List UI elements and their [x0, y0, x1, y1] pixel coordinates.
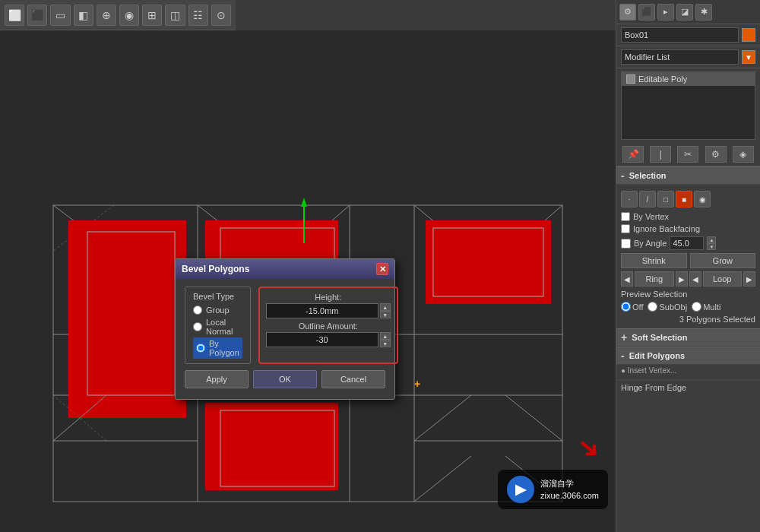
by-angle-row: By Angle ▲ ▼: [621, 235, 755, 252]
loop-prev-arrow[interactable]: ◀: [689, 271, 701, 287]
bevel-by-polygon-label: By Polygon: [209, 339, 239, 357]
stack-make-unique-btn[interactable]: ◈: [733, 146, 754, 163]
by-angle-input[interactable]: [670, 236, 704, 250]
panel-icon-utilities[interactable]: ✱: [695, 4, 712, 21]
height-input-row: ▲ ▼: [266, 303, 391, 318]
bevel-group-option[interactable]: Group: [193, 304, 242, 316]
outline-spin-down[interactable]: ▼: [380, 340, 391, 347]
dialog-content: Bevel Type Group Local Normal By Polygon…: [176, 279, 394, 399]
panel-icon-hierarchy[interactable]: ◪: [676, 4, 693, 21]
toolbar-icon-8[interactable]: ◫: [165, 5, 185, 26]
loop-next-arrow[interactable]: ▶: [743, 271, 755, 287]
hinge-from-edge-label: Hinge From Edge: [621, 383, 686, 392]
soft-selection-header[interactable]: + Soft Selection: [616, 328, 760, 347]
bevel-type-group: Bevel Type Group Local Normal By Polygon: [185, 287, 251, 364]
dialog-close-button[interactable]: ✕: [376, 263, 388, 275]
right-panel: ⚙ ⬛ ▸ ◪ ✱ Modifier List ▼ Editable Poly …: [616, 0, 760, 532]
watermark: ▶ 溜溜自学 zixue.3066.com: [498, 470, 608, 509]
stack-pin-btn[interactable]: 📌: [622, 146, 644, 163]
svg-rect-17: [205, 403, 338, 490]
preview-off-label[interactable]: Off: [621, 302, 643, 312]
svg-rect-13: [68, 220, 186, 418]
bevel-local-normal-radio[interactable]: [193, 322, 202, 331]
height-spinner: ▲ ▼: [380, 303, 391, 318]
height-spin-down[interactable]: ▼: [380, 311, 391, 318]
subobj-element-icon[interactable]: ◉: [694, 191, 711, 207]
bevel-by-polygon-option[interactable]: By Polygon: [193, 337, 242, 359]
by-angle-spin-down[interactable]: ▼: [707, 243, 716, 250]
panel-top-icons: ⚙ ⬛ ▸ ◪ ✱: [616, 0, 760, 24]
cancel-button[interactable]: Cancel: [321, 370, 385, 388]
ring-button[interactable]: Ring: [635, 271, 674, 287]
by-angle-spinner: ▲ ▼: [707, 236, 716, 250]
by-vertex-checkbox[interactable]: [621, 212, 630, 221]
toolbar-icon-1[interactable]: ⬜: [5, 5, 24, 26]
panel-icon-display[interactable]: ⬛: [638, 4, 655, 21]
grow-button[interactable]: Grow: [690, 253, 756, 268]
ok-button[interactable]: OK: [253, 370, 317, 388]
by-vertex-row: By Vertex: [621, 211, 755, 223]
height-input[interactable]: [266, 303, 378, 318]
preview-off-radio[interactable]: [621, 302, 631, 312]
preview-multi-label[interactable]: Multi: [692, 302, 720, 312]
panel-icon-settings[interactable]: ⚙: [619, 4, 636, 21]
modifier-item-editable-poly[interactable]: Editable Poly: [622, 72, 755, 86]
ignore-backfacing-checkbox[interactable]: [621, 224, 630, 233]
object-name-input[interactable]: [621, 27, 739, 43]
by-angle-spin-up[interactable]: ▲: [707, 236, 716, 243]
modifier-list-label[interactable]: Modifier List: [621, 49, 739, 65]
soft-selection-expand-icon: +: [621, 331, 627, 344]
stack-config-btn[interactable]: ⚙: [705, 146, 727, 163]
toolbar-icon-2[interactable]: ⬛: [27, 5, 47, 26]
ring-prev-arrow[interactable]: ◀: [621, 271, 633, 287]
toolbar-icon-3[interactable]: ▭: [50, 5, 70, 26]
hinge-from-edge-section: Hinge From Edge: [616, 380, 760, 394]
outline-amount-label: Outline Amount:: [266, 321, 391, 331]
shrink-button[interactable]: Shrink: [621, 253, 687, 268]
toolbar-icon-10[interactable]: ⊙: [211, 5, 231, 26]
preview-subobj-label[interactable]: SubObj: [648, 302, 687, 312]
bevel-by-polygon-radio[interactable]: [196, 344, 205, 353]
toolbar-icon-7[interactable]: ⊞: [142, 5, 162, 26]
selection-section-content: · / □ ■ ◉ By Vertex Ignore Backfacing By…: [616, 185, 760, 328]
subobj-edge-icon[interactable]: /: [639, 191, 656, 207]
preview-multi-radio[interactable]: [692, 302, 701, 312]
toolbar-icon-5[interactable]: ⊕: [97, 5, 116, 26]
ring-loop-row: ◀ Ring ▶ ◀ Loop ▶: [621, 270, 755, 288]
selection-section-header[interactable]: - Selection: [616, 166, 760, 185]
subobj-polygon-icon[interactable]: ■: [676, 191, 692, 207]
outline-input-row: ▲ ▼: [266, 332, 391, 347]
subobj-icons: · / □ ■ ◉: [621, 188, 755, 211]
modifier-list-dropdown-arrow[interactable]: ▼: [742, 50, 755, 64]
subobj-vertex-icon[interactable]: ·: [621, 191, 638, 207]
object-color-swatch[interactable]: [742, 28, 755, 42]
soft-selection-section: + Soft Selection: [616, 328, 760, 347]
preview-multi-text: Multi: [703, 302, 720, 312]
preview-subobj-radio[interactable]: [648, 302, 657, 312]
edit-polygons-minus-icon: -: [621, 350, 625, 362]
bevel-group-radio[interactable]: [193, 306, 202, 315]
outline-amount-input[interactable]: [266, 332, 378, 347]
insert-vertex-hint: ● Insert Vertex...: [616, 365, 760, 380]
toolbar-icon-9[interactable]: ☷: [188, 5, 208, 26]
stack-show-btn[interactable]: |: [650, 146, 671, 163]
bevel-local-normal-label: Local Normal: [206, 318, 242, 336]
ring-next-arrow[interactable]: ▶: [676, 271, 688, 287]
loop-button[interactable]: Loop: [703, 271, 743, 287]
polygon-status-text: 3 Polygons Selected: [621, 313, 755, 325]
apply-button[interactable]: Apply: [185, 370, 249, 388]
bevel-dialog: Bevel Polygons ✕ Bevel Type Group Local …: [175, 258, 395, 400]
by-angle-checkbox[interactable]: [621, 239, 631, 249]
panel-icon-motion[interactable]: ▸: [657, 4, 674, 21]
bevel-local-normal-option[interactable]: Local Normal: [193, 316, 242, 337]
soft-selection-title: Soft Selection: [632, 333, 687, 342]
height-outline-group: Height: ▲ ▼ Outline Amount: ▲: [258, 287, 398, 364]
edit-polygons-header[interactable]: - Edit Polygons: [616, 347, 760, 365]
toolbar-icon-4[interactable]: ◧: [74, 5, 93, 26]
stack-delete-btn[interactable]: ✂: [677, 146, 698, 163]
stack-buttons: 📌 | ✂ ⚙ ◈: [616, 143, 760, 166]
height-spin-up[interactable]: ▲: [380, 303, 391, 311]
subobj-border-icon[interactable]: □: [657, 191, 674, 207]
toolbar-icon-6[interactable]: ◉: [119, 5, 139, 26]
outline-spin-up[interactable]: ▲: [380, 332, 391, 340]
